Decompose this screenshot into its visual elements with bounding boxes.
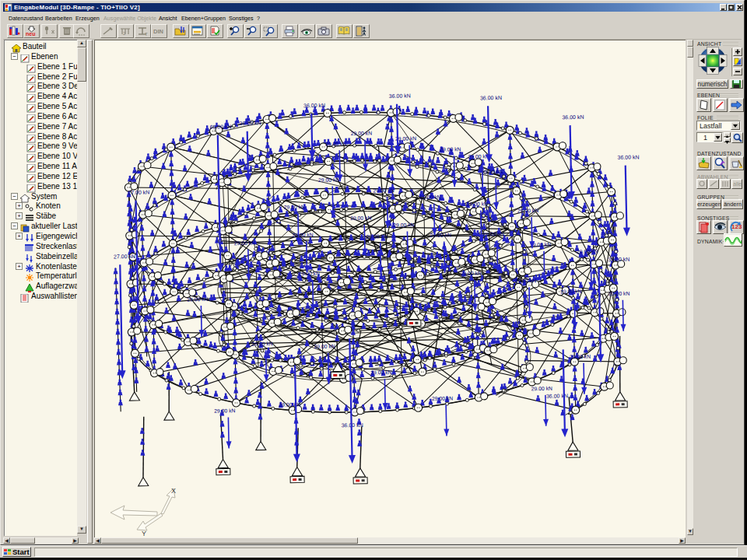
- svg-text:29.00 kN: 29.00 kN: [234, 240, 255, 247]
- svg-text:29.00 kN: 29.00 kN: [318, 177, 339, 183]
- svg-text:29.00 kN: 29.00 kN: [515, 278, 536, 284]
- svg-text:29.00 kN: 29.00 kN: [517, 208, 538, 214]
- svg-text:29.00 kN: 29.00 kN: [560, 289, 581, 295]
- svg-text:29.00 kN: 29.00 kN: [432, 395, 453, 401]
- svg-text:Y: Y: [142, 530, 146, 537]
- svg-text:29.00 kN: 29.00 kN: [482, 169, 503, 175]
- svg-text:29.00 kN: 29.00 kN: [279, 401, 300, 408]
- svg-text:29.00 kN: 29.00 kN: [214, 408, 235, 414]
- svg-text:29.00 kN: 29.00 kN: [440, 146, 461, 152]
- svg-text:36.00 kN: 36.00 kN: [480, 95, 502, 101]
- svg-text:29.00 kN: 29.00 kN: [373, 187, 394, 194]
- svg-text:29.00 kN: 29.00 kN: [393, 222, 414, 228]
- svg-text:27.00 kN: 27.00 kN: [128, 189, 149, 195]
- svg-text:T: T: [145, 32, 148, 37]
- svg-text:neu: neu: [26, 31, 35, 37]
- svg-text:29.00 kN: 29.00 kN: [251, 341, 272, 347]
- svg-text:29.00 kN: 29.00 kN: [351, 130, 372, 136]
- svg-text:29.00 kN: 29.00 kN: [314, 344, 335, 350]
- svg-text:29.00 kN: 29.00 kN: [467, 201, 488, 207]
- svg-text:29.00 kN: 29.00 kN: [325, 141, 346, 147]
- svg-text:36.00 kN: 36.00 kN: [303, 103, 325, 109]
- svg-text:29.00 kN: 29.00 kN: [482, 231, 503, 237]
- svg-text:27.00 kN: 27.00 kN: [114, 254, 135, 260]
- svg-text:65.00 kN: 65.00 kN: [210, 124, 232, 130]
- svg-text:X: X: [171, 487, 176, 495]
- svg-text:29.00 kN: 29.00 kN: [370, 369, 391, 376]
- svg-text:DIN: DIN: [153, 28, 163, 35]
- svg-text:36.00 kN: 36.00 kN: [562, 114, 584, 121]
- svg-text:alle: alle: [733, 181, 742, 187]
- svg-text:29.00 kN: 29.00 kN: [531, 386, 552, 392]
- svg-text:36.00 kN: 36.00 kN: [608, 257, 630, 263]
- svg-text:29.00 kN: 29.00 kN: [350, 215, 371, 221]
- svg-text:29.00 kN: 29.00 kN: [419, 194, 440, 201]
- svg-text:29.00 kN: 29.00 kN: [577, 248, 598, 254]
- svg-text:29.00 kN: 29.00 kN: [366, 233, 387, 240]
- svg-text:36.00 kN: 36.00 kN: [617, 154, 639, 160]
- svg-text:29.00 kN: 29.00 kN: [570, 354, 591, 360]
- svg-text:29.00 kN: 29.00 kN: [187, 296, 208, 303]
- svg-text:29.00 kN: 29.00 kN: [298, 271, 319, 277]
- svg-text:36.00 kN: 36.00 kN: [239, 120, 261, 126]
- svg-text:29.00 kN: 29.00 kN: [430, 232, 451, 238]
- svg-text:123: 123: [731, 223, 742, 230]
- svg-text:29.00 kN: 29.00 kN: [608, 291, 630, 297]
- svg-text:29.00 kN: 29.00 kN: [292, 232, 313, 238]
- svg-text:29.00 kN: 29.00 kN: [461, 271, 482, 277]
- svg-text:29.00 kN: 29.00 kN: [284, 204, 305, 210]
- svg-text:36.00 kN: 36.00 kN: [389, 93, 411, 99]
